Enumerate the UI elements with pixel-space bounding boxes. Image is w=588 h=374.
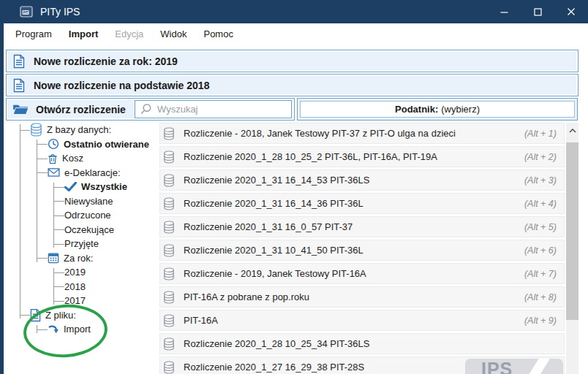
database-gray-icon [163, 337, 175, 351]
list-row[interactable]: Rozliczenie 2020_1_28 10_25_34 PIT-36LS [159, 333, 565, 354]
taxpayer-select[interactable]: Podatnik: (wybierz) [297, 98, 578, 121]
folder-open-icon [12, 103, 29, 115]
database-gray-icon [163, 361, 175, 374]
list-row[interactable]: Rozliczenie - 2018, Janek Testowy PIT-37… [159, 123, 565, 144]
database-gray-icon [163, 244, 175, 257]
file-list: Rozliczenie - 2018, Janek Testowy PIT-37… [159, 123, 565, 374]
database-gray-icon [163, 197, 175, 210]
list-row-label: Rozliczenie 2020_1_28 10_25_2 PIT-36L, P… [184, 151, 437, 162]
check-icon [64, 182, 77, 191]
list-row[interactable]: Rozliczenie 2020_1_31 10_41_50 PIT-36L(A… [159, 240, 565, 261]
list-row-shortcut: (Alt + 1) [524, 129, 557, 139]
database-icon [30, 123, 42, 137]
list-row[interactable]: Rozliczenie 2020_1_31 16_14_36 PIT-36L(A… [159, 193, 565, 214]
list-row-label: Rozliczenie 2020_1_28 10_25_34 PIT-36LS [184, 338, 369, 349]
ips-watermark-text: IPS [481, 359, 513, 374]
menu-import[interactable]: Import [62, 26, 105, 42]
title-bar: PIT PITy IPS [0, 0, 588, 23]
tree-item-oczekuj-ce[interactable]: Oczekujące [4, 223, 158, 237]
scroll-up-button[interactable] [566, 123, 578, 135]
tree-connector [20, 130, 30, 131]
tree-connector [53, 301, 64, 302]
new-return-year-button[interactable]: Nowe rozliczenie za rok: 2019 [6, 50, 578, 72]
tree-item-label: Ostatnio otwierane [64, 139, 149, 150]
search-box[interactable] [135, 100, 292, 118]
tree-item-za-rok[interactable]: Za rok: [4, 251, 158, 266]
list-row-label: PIT-16A [184, 315, 218, 326]
list-row-shortcut: (Alt + 3) [524, 175, 557, 186]
tree-item-przyj-te[interactable]: Przyjęte [4, 237, 158, 251]
tree-item-odrzucone[interactable]: Odrzucone [4, 208, 158, 223]
tree-item-niewys-ane[interactable]: Niewysłane [4, 194, 158, 209]
tree-item-label: Oczekujące [64, 224, 114, 235]
tree-item-2018[interactable]: 2018 [4, 280, 158, 294]
tree-item-label: 2018 [64, 281, 86, 292]
tree-item-label: Wszystkie [81, 181, 127, 192]
new-return-based-label: Nowe rozliczenie na podstawie 2018 [34, 80, 209, 91]
maximize-button[interactable] [521, 0, 554, 23]
list-row[interactable]: Rozliczenie 2020_1_31 16_0_57 PIT-37(Alt… [159, 216, 565, 237]
tree-item-wszystkie[interactable]: Wszystkie [4, 180, 158, 194]
menu-widok[interactable]: Widok [154, 26, 193, 42]
new-return-year-label: Nowe rozliczenie za rok: 2019 [34, 56, 178, 67]
tree-item-label: e-Deklaracje: [64, 167, 121, 178]
tree-item-ostatnio-otwierane[interactable]: Ostatnio otwierane [4, 137, 158, 152]
app-window: PIT PITy IPS Program Import Edycja Widok… [0, 0, 588, 374]
tree-connector [53, 201, 64, 202]
list-row[interactable]: PIT-16A z pobrane z pop.roku(Alt + 8) [159, 286, 565, 308]
database-gray-icon [163, 150, 175, 164]
tree-item-z-bazy-danych[interactable]: Z bazy danych: [4, 123, 158, 137]
list-row-label: Rozliczenie 2020_1_31 16_0_57 PIT-37 [184, 221, 353, 232]
menu-bar: Program Import Edycja Widok Pomoc [4, 23, 579, 44]
tree-item-label: Niewysłane [64, 196, 113, 207]
tree-connector [37, 159, 48, 159]
scrollbar-thumb[interactable] [566, 142, 578, 320]
list-scrollbar[interactable] [566, 123, 578, 374]
close-button[interactable] [554, 0, 588, 23]
menu-program[interactable]: Program [9, 26, 59, 42]
list-row[interactable]: PIT-16A(Alt + 9) [159, 310, 565, 331]
menu-edycja[interactable]: Edycja [108, 26, 150, 42]
minimize-button[interactable] [487, 0, 521, 23]
database-gray-icon [163, 314, 175, 327]
tree-item-2019[interactable]: 2019 [4, 265, 158, 280]
list-row[interactable]: Rozliczenie 2020_1_31 16_14_53 PIT-36LS(… [159, 169, 565, 191]
tree-item-e-deklaracje[interactable]: e-Deklaracje: [4, 166, 158, 180]
list-row-label: Rozliczenie 2020_1_31 16_14_36 PIT-36L [184, 198, 363, 209]
ips-watermark-logo: IPS [465, 359, 563, 374]
database-gray-icon [163, 267, 175, 280]
menu-pomoc[interactable]: Pomoc [197, 26, 239, 42]
search-icon [140, 103, 152, 115]
document-icon [13, 78, 25, 93]
tree-item-label: Przyjęte [64, 238, 99, 249]
list-row[interactable]: Rozliczenie - 2019, Janek Testowy PIT-16… [159, 263, 565, 284]
tree-item-label: Kosz [62, 153, 83, 164]
list-row-shortcut: (Alt + 9) [524, 316, 557, 326]
list-row-shortcut: (Alt + 5) [524, 222, 557, 232]
tree-item-label: Za rok: [64, 253, 93, 264]
svg-text:PIT: PIT [23, 11, 28, 15]
open-return-button[interactable]: Otwórz rozliczenie [6, 98, 295, 121]
list-row-label: Rozliczenie - 2018, Janek Testowy PIT-37… [184, 128, 456, 139]
trash-icon [48, 153, 58, 164]
list-row[interactable]: Rozliczenie 2020_1_28 10_25_2 PIT-36L, P… [159, 146, 565, 167]
tree-connector [53, 244, 64, 245]
search-input[interactable] [156, 102, 291, 117]
database-gray-icon [163, 291, 175, 304]
tree-item-label: 2019 [64, 267, 86, 278]
taxpayer-value: (wybierz) [441, 104, 480, 115]
chevron-up-icon [569, 123, 576, 136]
clock-icon [48, 138, 59, 150]
window-left-border [0, 23, 4, 374]
list-row-shortcut: (Alt + 8) [524, 292, 557, 302]
list-row-shortcut: (Alt + 2) [524, 152, 557, 162]
tree-connector [37, 172, 48, 173]
tree-item-kosz[interactable]: Kosz [4, 151, 158, 166]
database-gray-icon [163, 174, 175, 187]
database-gray-icon [163, 221, 175, 234]
tree-connector [53, 229, 64, 230]
new-return-based-button[interactable]: Nowe rozliczenie na podstawie 2018 [6, 74, 578, 96]
taxpayer-select-inner: Podatnik: (wybierz) [300, 101, 575, 118]
tree-connector [20, 315, 30, 316]
tree-item-label: Z bazy danych: [47, 124, 111, 135]
